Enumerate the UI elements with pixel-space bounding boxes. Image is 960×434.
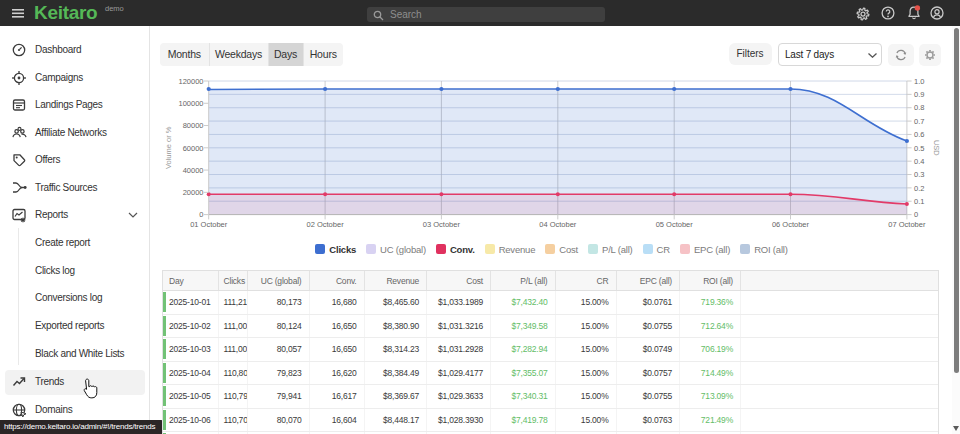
svg-text:0.2: 0.2 [914, 184, 924, 193]
svg-text:05 October: 05 October [656, 220, 694, 229]
svg-text:Volume or %: Volume or % [164, 126, 173, 169]
svg-text:0: 0 [914, 210, 918, 219]
svg-text:100000: 100000 [178, 99, 203, 108]
svg-text:1.0: 1.0 [914, 77, 924, 86]
svg-text:0.5: 0.5 [914, 144, 924, 153]
svg-text:120000: 120000 [178, 77, 203, 86]
svg-text:0.6: 0.6 [914, 130, 924, 139]
svg-text:04 October: 04 October [539, 220, 577, 229]
svg-text:40000: 40000 [183, 166, 204, 175]
svg-text:0.3: 0.3 [914, 170, 924, 179]
svg-text:03 October: 03 October [423, 220, 461, 229]
svg-text:0.8: 0.8 [914, 103, 924, 112]
svg-text:60000: 60000 [183, 144, 204, 153]
svg-text:0.7: 0.7 [914, 117, 924, 126]
svg-text:0: 0 [199, 210, 203, 219]
svg-text:02 October: 02 October [307, 220, 345, 229]
svg-text:80000: 80000 [183, 121, 204, 130]
svg-text:06 October: 06 October [772, 220, 810, 229]
svg-text:USD: USD [932, 140, 941, 156]
svg-text:20000: 20000 [183, 188, 204, 197]
svg-text:0.9: 0.9 [914, 90, 924, 99]
svg-text:01 October: 01 October [190, 220, 228, 229]
svg-text:07 October: 07 October [888, 220, 926, 229]
svg-text:0.1: 0.1 [914, 197, 924, 206]
svg-text:0.4: 0.4 [914, 157, 924, 166]
